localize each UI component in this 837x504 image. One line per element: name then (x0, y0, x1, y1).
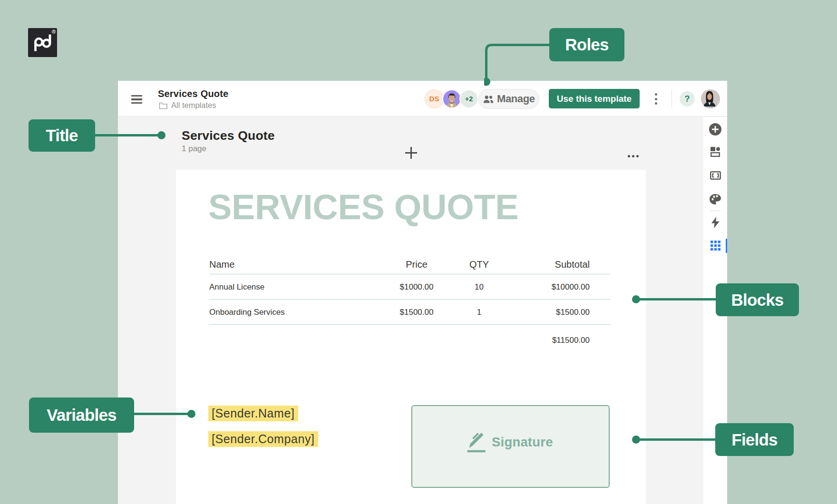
svg-text:R: R (53, 30, 55, 33)
